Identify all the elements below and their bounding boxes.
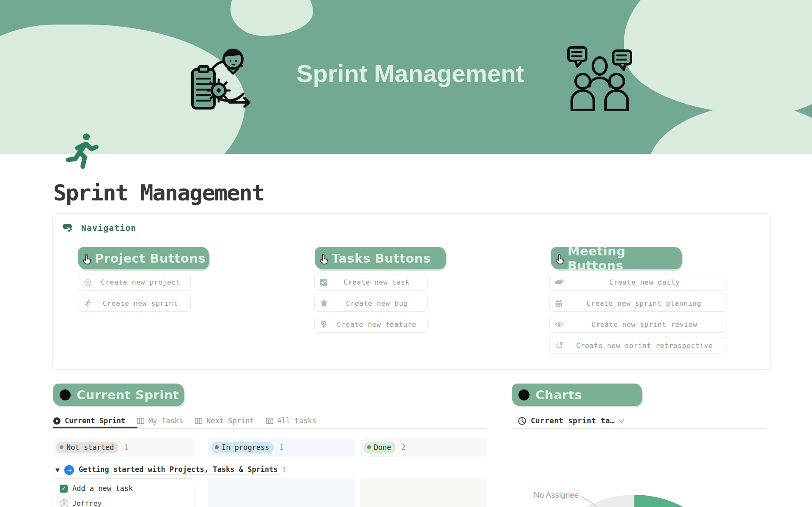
navigation-header: Navigation xyxy=(62,222,136,234)
create-new-project-button[interactable]: ◎ Create new project xyxy=(78,274,191,290)
column-count: 2 xyxy=(401,443,406,452)
tasks-buttons-pill[interactable]: Tasks Buttons xyxy=(315,247,446,269)
task-card[interactable]: ✓ Add a new task Joffrey xyxy=(53,478,195,507)
sprint-group-count: 1 xyxy=(283,466,287,474)
eye-icon xyxy=(555,321,564,329)
sprint-management-page: { "banner": { "title": "Sprint Managemen… xyxy=(0,0,812,507)
column-count: 1 xyxy=(280,443,284,452)
play-circle-icon xyxy=(53,417,61,425)
sun-cloud-icon xyxy=(555,278,564,286)
status-dot-icon xyxy=(215,445,219,449)
tasks-buttons-label: Tasks Buttons xyxy=(332,251,431,266)
meeting-buttons-pill[interactable]: Meeting Buttons xyxy=(551,247,682,269)
cursor-click-icon xyxy=(62,222,74,234)
current-sprint-section-pill[interactable]: Current Sprint xyxy=(53,384,184,406)
arrow-circle-icon: → xyxy=(64,465,74,475)
tab-my-tasks[interactable]: My Tasks xyxy=(137,417,183,425)
tab-next-sprint[interactable]: Next Sprint xyxy=(195,417,254,425)
avatar xyxy=(60,499,69,507)
label-leader-line xyxy=(581,496,597,507)
board-icon xyxy=(137,417,145,425)
done-column-body xyxy=(360,478,486,507)
chevron-down-icon[interactable] xyxy=(618,417,624,422)
calendar-icon xyxy=(555,299,563,307)
banner-blob xyxy=(230,0,313,36)
tab-current-sprint[interactable]: Current Sprint xyxy=(53,417,125,425)
triangle-down-icon[interactable]: ▼ xyxy=(55,467,60,473)
undo-icon: ↺ xyxy=(555,341,564,351)
project-buttons-label: Project Buttons xyxy=(95,251,206,266)
create-new-sprint-button[interactable]: Create new sprint xyxy=(78,295,191,312)
assignee-donut-chart[interactable] xyxy=(524,490,761,507)
charts-section-pill[interactable]: Charts xyxy=(512,384,642,406)
column-count: 1 xyxy=(124,443,129,452)
view-tabs: Current Sprint My Tasks Next Sprint All … xyxy=(53,414,316,427)
task-checkbox[interactable]: ✓ xyxy=(60,485,68,493)
banner-blob xyxy=(624,0,812,114)
tab-all-tasks[interactable]: All tasks xyxy=(266,417,316,425)
create-new-daily-button[interactable]: Create new daily xyxy=(549,274,727,290)
assignee-name: Joffrey xyxy=(72,499,102,507)
active-tab-underline xyxy=(53,427,137,428)
navigation-header-label: Navigation xyxy=(81,223,136,233)
charts-section-label: Charts xyxy=(535,388,582,402)
create-new-sprint-review-button[interactable]: Create new sprint review xyxy=(549,316,727,333)
black-dot-icon xyxy=(60,389,71,400)
task-title[interactable]: Add a new task xyxy=(72,484,133,493)
bug-icon xyxy=(320,299,328,307)
runner-icon xyxy=(83,299,92,307)
create-new-sprint-planning-button[interactable]: Create new sprint planning xyxy=(549,295,727,312)
create-new-sprint-retrospective-button[interactable]: ↺ Create new sprint retrospective xyxy=(549,337,727,354)
meeting-buttons-label: Meeting Buttons xyxy=(568,244,682,273)
chart-view-label: Current sprint ta… xyxy=(531,417,615,425)
lightbulb-icon xyxy=(320,320,328,329)
hand-pointer-icon xyxy=(81,253,93,266)
status-badge: In progress xyxy=(211,442,274,453)
project-buttons-pill[interactable]: Project Buttons xyxy=(78,247,209,269)
column-header-done[interactable]: Done 2 xyxy=(360,438,486,457)
in-progress-column-body xyxy=(208,478,355,507)
create-new-bug-button[interactable]: Create new bug xyxy=(314,295,428,312)
page-icon-runner[interactable] xyxy=(62,131,102,172)
target-icon: ◎ xyxy=(83,278,93,287)
chart-view-selector[interactable]: Current sprint ta… xyxy=(518,414,623,427)
current-sprint-section-label: Current Sprint xyxy=(77,388,179,402)
pie-chart-icon xyxy=(518,417,527,425)
create-new-feature-button[interactable]: Create new feature xyxy=(314,316,428,333)
status-badge: Done xyxy=(364,442,395,453)
table-icon xyxy=(266,417,274,425)
sprint-group-title[interactable]: Getting started with Projects, Tasks & S… xyxy=(79,465,278,474)
cover-banner: Sprint Management xyxy=(0,0,812,154)
page-title: Sprint Management xyxy=(53,180,264,206)
sprint-group-row[interactable]: ▼ → Getting started with Projects, Tasks… xyxy=(55,463,287,476)
column-header-in-progress[interactable]: In progress 1 xyxy=(208,438,355,457)
create-new-task-button[interactable]: Create new task xyxy=(314,274,428,290)
board-icon xyxy=(195,417,203,425)
status-badge: Not started xyxy=(56,442,118,453)
banner-title: Sprint Management xyxy=(271,59,550,88)
meeting-illustration xyxy=(566,44,634,112)
hand-pointer-icon xyxy=(554,253,566,266)
charts-divider xyxy=(512,428,765,429)
banner-blob xyxy=(647,105,812,154)
black-dot-icon xyxy=(518,389,529,400)
sprint-cycle-illustration xyxy=(189,42,256,113)
hand-pointer-icon xyxy=(318,253,330,266)
column-header-not-started[interactable]: Not started 1 xyxy=(53,438,195,457)
status-dot-icon xyxy=(60,445,63,449)
status-dot-icon xyxy=(367,445,371,449)
checkbox-icon xyxy=(320,278,328,286)
